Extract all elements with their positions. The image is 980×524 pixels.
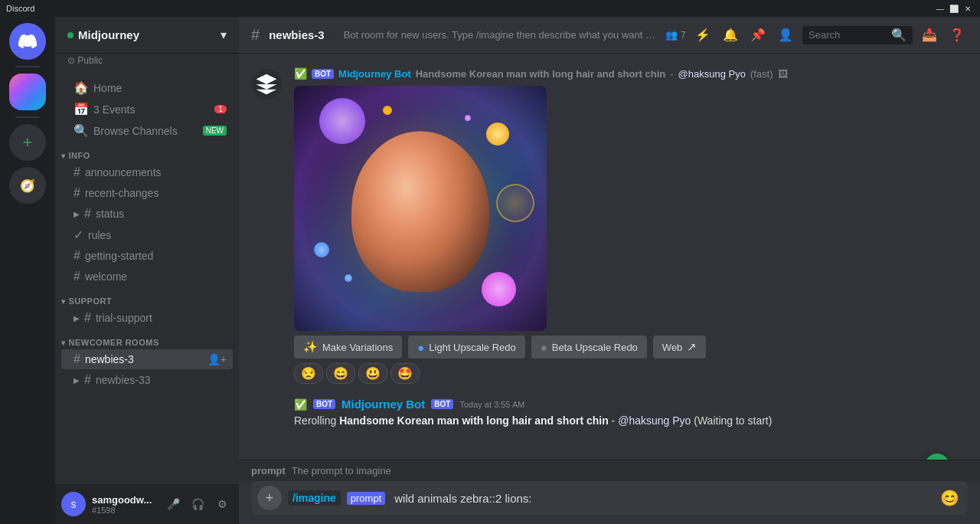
sidebar-item-welcome[interactable]: # welcome	[61, 267, 233, 287]
message-group-2: ✅ BOT Midjourney Bot BOT Today at 3:55 A…	[251, 398, 968, 429]
close-button[interactable]: ✕	[962, 2, 974, 15]
input-box: + /imagine prompt 😊	[251, 481, 968, 515]
username: samgoodw...	[92, 494, 156, 506]
category-info[interactable]: ▾ INFO	[55, 142, 239, 162]
sidebar-item-newbies-3[interactable]: # newbies-3 👤+	[61, 349, 233, 369]
sidebar-item-browse[interactable]: 🔍 Browse Channels NEW	[61, 120, 233, 141]
command-chip: /imagine	[288, 490, 341, 506]
mute-button[interactable]: 🎤	[162, 493, 184, 515]
sidebar-item-rules[interactable]: ✓ rules	[61, 224, 233, 245]
members-icon: 👥	[665, 29, 678, 41]
light-upscale-icon: ●	[417, 341, 424, 354]
author-2: Midjourney Bot	[341, 398, 425, 411]
verify-icon: ✅	[294, 67, 307, 80]
search-input[interactable]	[808, 29, 888, 41]
help-button[interactable]: ❓	[946, 25, 968, 46]
members-button[interactable]: 👤	[775, 25, 796, 46]
category-newcomer[interactable]: ▾ NEWCOMER ROOMS	[55, 329, 239, 349]
server-icon-midjourney[interactable]	[9, 74, 46, 110]
inline-separator: -	[670, 68, 673, 80]
server-separator	[15, 66, 40, 67]
bell-button[interactable]: 🔔	[720, 25, 741, 46]
channel-topic: Bot room for new users. Type /imagine th…	[344, 29, 656, 41]
channel-list: 🏠 Home 📅 3 Events 1 🔍 Browse Channels NE…	[55, 70, 239, 484]
server-icon-add[interactable]: +	[9, 124, 46, 161]
reaction-4[interactable]: 🤩	[390, 363, 420, 384]
sidebar-item-newbies-33[interactable]: ▶ # newbies-33	[61, 370, 233, 390]
image-attachment	[294, 86, 547, 331]
channel-header: # newbies-3 Bot room for new users. Type…	[239, 17, 980, 54]
mention-2[interactable]: @haksung Pyo	[618, 414, 691, 427]
sidebar-item-events[interactable]: 📅 3 Events 1	[61, 99, 233, 120]
web-button[interactable]: Web ↗	[653, 336, 707, 359]
sidebar-item-home[interactable]: 🏠 Home	[61, 77, 233, 98]
bot-badge-inline: BOT	[312, 69, 334, 79]
reaction-2[interactable]: 😄	[326, 363, 355, 384]
title-bar: Discord — ⬜ ✕	[0, 0, 980, 17]
member-count-value: 7	[681, 29, 686, 41]
search-bar[interactable]: 🔍	[802, 26, 913, 44]
channel-sidebar: Midjourney ▾ ⊙ Public 🏠 Home 📅 3 Events …	[55, 17, 239, 524]
sparkle-1	[383, 106, 392, 115]
server-header[interactable]: Midjourney ▾	[55, 17, 239, 54]
light-upscale-redo-button[interactable]: ● Light Upscale Redo	[408, 336, 525, 359]
app-layout: + 🧭 Midjourney ▾ ⊙ Public 🏠 Home 📅 3 Eve…	[0, 17, 980, 524]
emoji-reactions: 😒 😄 😃 🤩	[294, 363, 968, 384]
inbox-button[interactable]: 📥	[919, 25, 940, 46]
messages-area: ✅ BOT Midjourney Bot Handsome Korean man…	[239, 54, 980, 460]
maximize-button[interactable]: ⬜	[948, 2, 960, 15]
user-tag: #1598	[92, 506, 156, 515]
server-icon-explore[interactable]: 🧭	[9, 167, 46, 204]
main-content: # newbies-3 Bot room for new users. Type…	[239, 17, 980, 524]
category-arrow-icon: ▾	[61, 152, 66, 160]
avatar: s	[61, 492, 86, 516]
pin-button[interactable]: 📌	[747, 25, 769, 46]
sidebar-item-announcements[interactable]: # announcements	[61, 162, 233, 182]
window-controls: — ⬜ ✕	[934, 2, 974, 15]
prompt-chip: prompt	[347, 492, 385, 505]
category-support[interactable]: ▾ SUPPORT	[55, 287, 239, 307]
inline-prompt-text: Handsome Korean man with long hair and s…	[416, 68, 665, 80]
emoji-picker-button[interactable]: 😊	[937, 486, 962, 510]
message-avatar-1	[251, 69, 282, 100]
attach-button[interactable]: +	[257, 486, 282, 510]
sidebar-item-getting-started[interactable]: # getting-started	[61, 246, 233, 266]
getting-started-icon: #	[74, 249, 80, 263]
recent-changes-icon: #	[74, 186, 80, 200]
newbies33-expand-icon: ▶	[74, 376, 80, 385]
newbies3-icon: #	[74, 352, 80, 366]
server-sidebar: + 🧭	[0, 17, 55, 524]
server-status-dot	[67, 32, 74, 38]
image-placeholder	[294, 86, 547, 331]
beta-upscale-redo-button[interactable]: ● Beta Upscale Redo	[531, 336, 647, 359]
channel-hash-icon: #	[251, 26, 260, 44]
sidebar-item-recent-changes[interactable]: # recent-changes	[61, 183, 233, 203]
events-badge: 1	[214, 105, 227, 113]
user-panel: s samgoodw... #1598 🎤 🎧 ⚙	[55, 484, 239, 524]
prompt-bar: prompt The prompt to imagine	[239, 460, 980, 481]
input-area: + /imagine prompt 😊	[239, 481, 980, 524]
sidebar-item-trial-support[interactable]: ▶ # trial-support	[61, 308, 233, 328]
bolt-button[interactable]: ⚡	[692, 25, 714, 46]
make-variations-button[interactable]: ✨ Make Variations	[294, 336, 402, 359]
prompt-label: prompt	[251, 465, 286, 477]
header-actions: 👥 7 ⚡ 🔔 📌 👤 🔍 📥 ❓	[665, 25, 968, 46]
reaction-1[interactable]: 😒	[294, 363, 323, 384]
server-icon-home[interactable]	[9, 23, 46, 60]
reaction-3[interactable]: 😃	[358, 363, 387, 384]
message-input[interactable]	[388, 492, 937, 505]
deafen-button[interactable]: 🎧	[187, 493, 208, 515]
sidebar-item-status[interactable]: ▶ # status	[61, 204, 233, 224]
web-label: Web	[662, 342, 683, 353]
inline-context-bar: ✅ BOT Midjourney Bot Handsome Korean man…	[294, 67, 968, 80]
beta-upscale-label: Beta Upscale Redo	[552, 342, 638, 353]
minimize-button[interactable]: —	[934, 2, 946, 15]
cosmic-orb-1	[319, 98, 365, 144]
prompt-value: The prompt to imagine	[292, 465, 391, 477]
newcomer-arrow-icon: ▾	[61, 339, 66, 347]
user-controls: 🎤 🎧 ⚙	[162, 493, 233, 515]
inline-mention: @haksung Pyo	[678, 68, 746, 80]
continuation-header: ✅ BOT Midjourney Bot BOT Today at 3:55 A…	[294, 398, 968, 411]
user-info: samgoodw... #1598	[92, 494, 156, 515]
settings-button[interactable]: ⚙	[211, 493, 233, 515]
